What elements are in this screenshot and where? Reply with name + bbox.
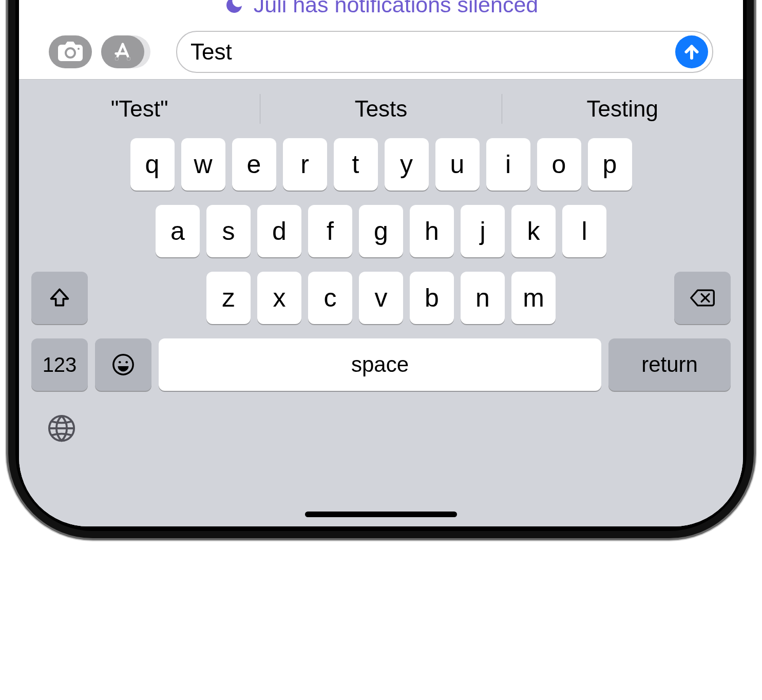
space-key[interactable]: space <box>159 338 601 391</box>
key-l[interactable]: l <box>562 205 606 257</box>
send-button[interactable] <box>675 35 708 68</box>
key-s[interactable]: s <box>206 205 251 257</box>
key-e[interactable]: e <box>232 138 276 191</box>
key-t[interactable]: t <box>334 138 378 191</box>
key-z[interactable]: z <box>206 272 251 324</box>
compose-row: Test <box>19 31 743 79</box>
key-row-4: 123 <box>31 338 731 391</box>
key-a[interactable]: a <box>156 205 200 257</box>
shift-icon <box>48 287 71 309</box>
key-b[interactable]: b <box>410 272 454 324</box>
key-g[interactable]: g <box>359 205 403 257</box>
suggestion-1[interactable]: Tests <box>260 94 501 124</box>
focus-status-banner[interactable]: Juli has notifications silenced <box>19 0 743 31</box>
moon-icon <box>224 0 244 15</box>
phone-screen: Juli has notifications silenced <box>19 0 743 526</box>
camera-button[interactable] <box>49 35 92 68</box>
imessage-apps-button[interactable] <box>101 35 144 68</box>
shift-key[interactable] <box>31 272 88 324</box>
key-f[interactable]: f <box>308 205 352 257</box>
key-w[interactable]: w <box>181 138 225 191</box>
key-k[interactable]: k <box>511 205 556 257</box>
keyboard: "Test" Tests Testing q w e r t <box>19 79 743 526</box>
key-j[interactable]: j <box>461 205 505 257</box>
key-row-2: a s d f g h j k l <box>31 205 731 257</box>
return-key[interactable]: return <box>608 338 731 391</box>
emoji-key[interactable] <box>95 338 151 391</box>
key-p[interactable]: p <box>588 138 632 191</box>
focus-status-text: Juli has notifications silenced <box>254 0 539 17</box>
arrow-up-icon <box>682 43 701 61</box>
key-row-3: z x c v b n m <box>31 272 731 324</box>
home-indicator[interactable] <box>305 512 457 517</box>
key-v[interactable]: v <box>359 272 403 324</box>
key-x[interactable]: x <box>257 272 301 324</box>
numbers-key[interactable]: 123 <box>31 338 88 391</box>
message-input[interactable]: Test <box>190 39 675 65</box>
key-i[interactable]: i <box>486 138 530 191</box>
emoji-icon <box>111 353 135 376</box>
keyboard-bottom-bar <box>19 391 743 456</box>
key-row-1: q w e r t y u i o p <box>31 138 731 191</box>
key-r[interactable]: r <box>283 138 327 191</box>
key-n[interactable]: n <box>461 272 505 324</box>
key-m[interactable]: m <box>511 272 556 324</box>
app-store-icon <box>112 42 133 62</box>
backspace-icon <box>689 288 716 308</box>
svg-point-4 <box>125 361 128 364</box>
key-q[interactable]: q <box>130 138 175 191</box>
globe-icon <box>47 413 77 443</box>
key-u[interactable]: u <box>435 138 480 191</box>
key-h[interactable]: h <box>410 205 454 257</box>
svg-point-2 <box>113 355 133 374</box>
suggestion-0[interactable]: "Test" <box>19 94 260 124</box>
key-d[interactable]: d <box>257 205 301 257</box>
camera-icon <box>58 42 83 62</box>
globe-key[interactable] <box>45 411 79 445</box>
suggestion-2[interactable]: Testing <box>502 94 743 124</box>
key-c[interactable]: c <box>308 272 352 324</box>
phone-frame: Juli has notifications silenced <box>8 0 754 538</box>
key-y[interactable]: y <box>385 138 429 191</box>
quicktype-bar: "Test" Tests Testing <box>19 84 743 134</box>
backspace-key[interactable] <box>674 272 731 324</box>
svg-point-3 <box>119 361 121 364</box>
message-input-pill[interactable]: Test <box>176 31 713 73</box>
key-o[interactable]: o <box>537 138 581 191</box>
